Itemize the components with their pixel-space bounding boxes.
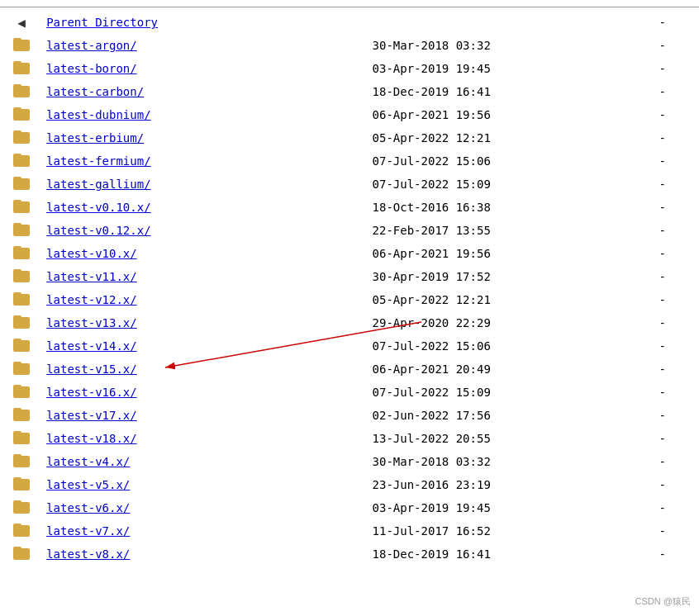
table-row: latest-v7.x/11-Jul-2017 16:52- [0, 519, 699, 543]
date-cell: 30-Mar-2018 03:32 [340, 34, 592, 57]
size-cell: - [592, 358, 699, 381]
directory-link[interactable]: latest-argon/ [46, 39, 137, 52]
folder-icon [13, 223, 30, 236]
size-cell: - [592, 450, 699, 473]
directory-link[interactable]: latest-fermium/ [46, 154, 150, 168]
folder-icon [13, 315, 30, 329]
size-cell: - [592, 404, 699, 427]
date-cell: 07-Jul-2022 15:09 [340, 381, 592, 404]
table-row: latest-v11.x/30-Apr-2019 17:52- [0, 265, 699, 288]
date-cell: 30-Mar-2018 03:32 [340, 450, 592, 473]
size-cell: - [592, 126, 699, 149]
folder-icon [13, 107, 30, 121]
date-cell: 05-Apr-2022 12:21 [340, 288, 592, 311]
table-row: latest-v5.x/23-Jun-2016 23:19- [0, 473, 699, 496]
directory-link[interactable]: latest-v12.x/ [46, 293, 137, 306]
date-cell: 29-Apr-2020 22:29 [340, 311, 592, 334]
folder-icon [13, 38, 30, 51]
size-cell: - [592, 381, 699, 404]
folder-icon [13, 61, 30, 74]
size-cell: - [592, 334, 699, 358]
folder-icon [13, 362, 30, 375]
date-cell: 03-Apr-2019 19:45 [340, 496, 592, 519]
table-row: latest-v4.x/30-Mar-2018 03:32- [0, 450, 699, 473]
date-cell: 22-Feb-2017 13:55 [340, 219, 592, 242]
watermark: CSDN @猿民 [635, 595, 691, 608]
folder-icon [13, 500, 30, 514]
folder-icon [13, 130, 30, 144]
folder-icon [13, 154, 30, 167]
directory-link[interactable]: latest-v10.x/ [46, 247, 137, 260]
table-row: latest-v17.x/02-Jun-2022 17:56- [0, 404, 699, 427]
folder-icon [13, 524, 30, 537]
table-row: latest-argon/30-Mar-2018 03:32- [0, 34, 699, 57]
directory-link[interactable]: latest-v14.x/ [46, 339, 137, 353]
date-cell: 18-Dec-2019 16:41 [340, 543, 592, 566]
directory-link[interactable]: latest-v0.12.x/ [46, 224, 150, 237]
date-cell: 11-Jul-2017 16:52 [340, 519, 592, 543]
directory-link[interactable]: latest-v6.x/ [46, 501, 130, 514]
size-cell: - [592, 519, 699, 543]
size-cell: - [592, 34, 699, 57]
folder-icon [13, 269, 30, 282]
size-cell: - [592, 173, 699, 196]
folder-icon [13, 431, 30, 444]
directory-link[interactable]: latest-erbium/ [46, 131, 144, 145]
date-cell: 18-Dec-2019 16:41 [340, 80, 592, 103]
directory-link[interactable]: latest-boron/ [46, 62, 137, 75]
directory-link[interactable]: latest-v15.x/ [46, 362, 137, 376]
table-row: Parent Directory- [0, 11, 699, 34]
directory-link[interactable]: latest-v16.x/ [46, 386, 137, 399]
date-cell: 07-Jul-2022 15:09 [340, 173, 592, 196]
directory-link[interactable]: Parent Directory [46, 16, 158, 29]
date-cell: 06-Apr-2021 20:49 [340, 358, 592, 381]
table-row: latest-fermium/07-Jul-2022 15:06- [0, 149, 699, 173]
date-cell: 02-Jun-2022 17:56 [340, 404, 592, 427]
folder-icon [13, 246, 30, 259]
directory-link[interactable]: latest-v17.x/ [46, 409, 137, 422]
size-cell: - [592, 311, 699, 334]
back-icon [13, 15, 30, 28]
table-row: latest-carbon/18-Dec-2019 16:41- [0, 80, 699, 103]
size-cell: - [592, 427, 699, 450]
size-cell: - [592, 57, 699, 80]
date-cell: 18-Oct-2016 16:38 [340, 196, 592, 219]
date-cell: 07-Jul-2022 15:06 [340, 334, 592, 358]
folder-icon [13, 292, 30, 306]
directory-link[interactable]: latest-v13.x/ [46, 316, 137, 329]
size-cell: - [592, 103, 699, 126]
date-cell: 07-Jul-2022 15:06 [340, 149, 592, 173]
folder-icon [13, 200, 30, 213]
size-cell: - [592, 196, 699, 219]
size-cell: - [592, 149, 699, 173]
directory-link[interactable]: latest-gallium/ [46, 178, 150, 191]
folder-icon [13, 385, 30, 398]
directory-link[interactable]: latest-v5.x/ [46, 478, 130, 491]
table-row: latest-v16.x/07-Jul-2022 15:09- [0, 381, 699, 404]
directory-link[interactable]: latest-v11.x/ [46, 270, 137, 283]
table-row: latest-v15.x/06-Apr-2021 20:49- [0, 358, 699, 381]
table-row: latest-v10.x/06-Apr-2021 19:56- [0, 242, 699, 265]
directory-listing: Parent Directory-latest-argon/30-Mar-201… [0, 0, 699, 572]
size-cell: - [592, 496, 699, 519]
table-row: latest-v0.12.x/22-Feb-2017 13:55- [0, 219, 699, 242]
table-row: latest-v6.x/03-Apr-2019 19:45- [0, 496, 699, 519]
folder-icon [13, 547, 30, 560]
table-row: latest-v8.x/18-Dec-2019 16:41- [0, 543, 699, 566]
directory-link[interactable]: latest-v4.x/ [46, 455, 130, 468]
size-cell: - [592, 219, 699, 242]
directory-link[interactable]: latest-carbon/ [46, 85, 144, 98]
directory-link[interactable]: latest-dubnium/ [46, 108, 150, 121]
folder-icon [13, 339, 30, 352]
directory-link[interactable]: latest-v7.x/ [46, 524, 130, 538]
directory-link[interactable]: latest-v0.10.x/ [46, 201, 150, 214]
date-cell: 03-Apr-2019 19:45 [340, 57, 592, 80]
file-table: Parent Directory-latest-argon/30-Mar-201… [0, 11, 699, 566]
directory-link[interactable]: latest-v18.x/ [46, 432, 137, 445]
folder-icon [13, 408, 30, 421]
directory-link[interactable]: latest-v8.x/ [46, 547, 130, 561]
size-cell: - [592, 543, 699, 566]
table-row: latest-v18.x/13-Jul-2022 20:55- [0, 427, 699, 450]
table-row: latest-erbium/05-Apr-2022 12:21- [0, 126, 699, 149]
date-cell: 30-Apr-2019 17:52 [340, 265, 592, 288]
